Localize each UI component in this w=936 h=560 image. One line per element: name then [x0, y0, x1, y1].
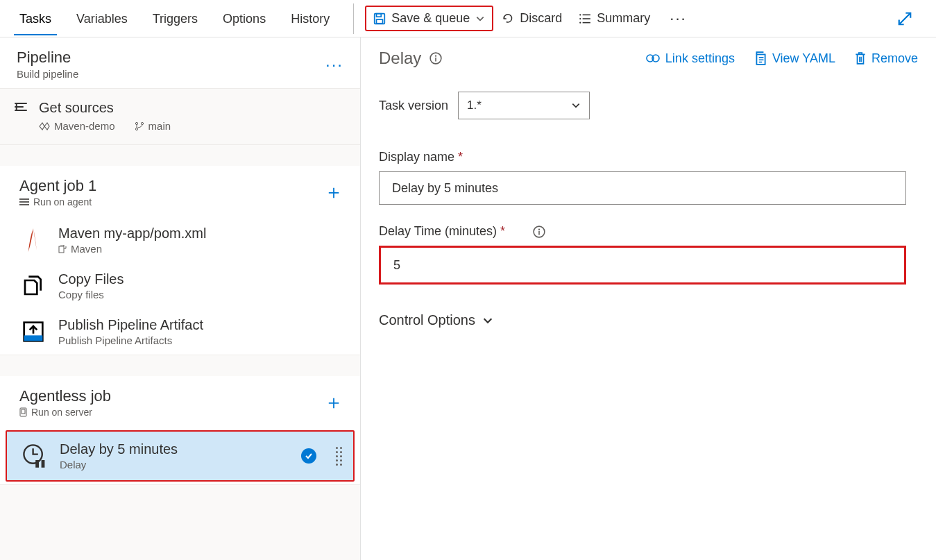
svg-rect-17 [24, 335, 43, 341]
svg-point-30 [538, 228, 540, 230]
task-version-value: 1.* [467, 99, 482, 112]
svg-rect-13 [19, 201, 29, 203]
branch-indicator: main [135, 120, 171, 132]
discard-label: Discard [520, 11, 562, 26]
display-name-label: Display name * [379, 150, 918, 164]
task-title: Copy Files [58, 271, 124, 287]
svg-rect-12 [19, 198, 29, 200]
control-options-toggle[interactable]: Control Options [379, 304, 493, 328]
task-subtitle: Maven [58, 243, 206, 255]
tab-history[interactable]: History [278, 2, 342, 35]
svg-rect-14 [19, 204, 29, 205]
svg-point-9 [135, 122, 137, 124]
task-publish-artifact[interactable]: Publish Pipeline Artifact Publish Pipeli… [0, 309, 360, 355]
svg-point-24 [435, 56, 436, 57]
get-sources-row[interactable]: Get sources Maven-demo main [0, 89, 360, 144]
task-subtitle: Delay [60, 459, 178, 470]
link-settings-button[interactable]: Link settings [646, 51, 735, 66]
separator [353, 3, 354, 34]
discard-button[interactable]: Discard [493, 6, 570, 31]
agentless-job-header[interactable]: Agentless job Run on server ＋ [0, 376, 360, 427]
pipeline-sidebar: Pipeline Build pipeline ··· Get sources … [0, 37, 361, 560]
task-title: Maven my-app/pom.xml [58, 226, 206, 241]
tab-tasks[interactable]: Tasks [7, 2, 64, 35]
svg-rect-4 [583, 14, 590, 15]
task-title: Delay by 5 minutes [60, 441, 178, 457]
expand-icon[interactable] [880, 11, 929, 26]
task-success-icon [301, 448, 316, 464]
agentless-job-subtitle: Run on server [19, 407, 111, 418]
delay-time-input[interactable] [379, 246, 906, 285]
chevron-down-icon [571, 101, 581, 110]
agent-job-title: Agent job 1 [19, 177, 96, 195]
summary-label: Summary [597, 11, 650, 26]
task-copy-files[interactable]: Copy Files Copy files [0, 263, 360, 309]
svg-point-10 [141, 122, 143, 124]
svg-point-3 [579, 14, 581, 15]
svg-rect-6 [583, 18, 590, 19]
maven-icon [21, 228, 46, 253]
svg-point-11 [135, 128, 137, 130]
svg-rect-22 [42, 460, 45, 468]
task-maven[interactable]: Maven my-app/pom.xml Maven [0, 217, 360, 263]
svg-rect-2 [377, 19, 383, 24]
delay-time-label: Delay Time (minutes) * [379, 224, 918, 239]
summary-button[interactable]: Summary [570, 6, 658, 31]
task-subtitle: Copy files [58, 289, 124, 300]
copy-icon [21, 273, 46, 298]
repo-indicator: Maven-demo [39, 120, 115, 132]
info-icon[interactable] [429, 52, 442, 65]
save-icon [373, 12, 386, 25]
agentless-job-title: Agentless job [19, 387, 111, 405]
svg-rect-31 [538, 230, 540, 235]
svg-rect-1 [377, 13, 382, 17]
get-sources-title: Get sources [39, 100, 171, 116]
add-task-button[interactable]: ＋ [324, 179, 343, 205]
task-subtitle: Publish Pipeline Artifacts [58, 334, 203, 346]
tab-variables[interactable]: Variables [64, 2, 140, 35]
task-title: Publish Pipeline Artifact [58, 317, 203, 333]
svg-rect-21 [35, 460, 39, 468]
pipeline-subtitle: Build pipeline [17, 68, 78, 80]
pipeline-title: Pipeline [17, 49, 78, 67]
task-delay[interactable]: Delay by 5 minutes Delay [6, 430, 355, 482]
tab-options[interactable]: Options [210, 2, 278, 35]
info-icon[interactable] [533, 226, 545, 238]
chevron-down-icon [482, 315, 493, 326]
top-tabs-bar: Tasks Variables Triggers Options History… [0, 0, 936, 37]
undo-icon [502, 12, 514, 25]
task-version-select[interactable]: 1.* [458, 92, 590, 119]
svg-rect-8 [583, 22, 590, 23]
delay-icon [22, 443, 47, 468]
agent-job-header[interactable]: Agent job 1 Run on agent ＋ [0, 166, 360, 217]
svg-rect-15 [59, 246, 64, 253]
task-detail-panel: Delay Link settings View YAML Remove [361, 37, 936, 560]
more-actions-button[interactable]: ··· [658, 10, 697, 28]
pipeline-more-button[interactable]: ··· [325, 55, 343, 74]
svg-point-5 [579, 17, 581, 19]
drag-handle-icon[interactable] [336, 447, 342, 466]
task-version-label: Task version [379, 99, 448, 113]
display-name-input[interactable] [379, 171, 906, 205]
list-icon [579, 12, 591, 25]
pipeline-header[interactable]: Pipeline Build pipeline ··· [0, 37, 360, 88]
remove-button[interactable]: Remove [855, 51, 918, 66]
svg-rect-19 [22, 409, 25, 414]
save-and-queue-button[interactable]: Save & queue [365, 6, 493, 31]
svg-point-7 [579, 22, 581, 23]
add-task-button[interactable]: ＋ [324, 389, 343, 416]
tab-triggers[interactable]: Triggers [140, 2, 210, 35]
save-and-queue-label: Save & queue [391, 11, 470, 26]
view-yaml-button[interactable]: View YAML [754, 51, 835, 66]
chevron-down-icon [475, 14, 485, 24]
panel-heading: Delay [379, 49, 442, 68]
agent-job-subtitle: Run on agent [19, 196, 96, 207]
svg-rect-25 [436, 58, 437, 62]
publish-icon [21, 319, 46, 344]
sources-icon [14, 100, 28, 114]
